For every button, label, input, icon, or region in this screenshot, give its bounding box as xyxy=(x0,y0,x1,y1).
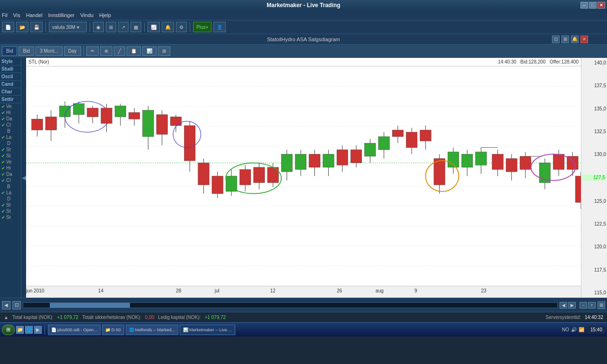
menu-fil[interactable]: Fil xyxy=(2,12,8,18)
safety-req-value: 0,00 xyxy=(145,315,154,320)
chart-layout-button[interactable]: ⊞ xyxy=(561,36,569,43)
fullscreen-icon[interactable]: ⊞ xyxy=(598,301,605,309)
profile-button[interactable]: 👤 xyxy=(213,22,226,32)
scrollbar-thumb[interactable] xyxy=(50,303,130,308)
taskbar-netfonds[interactable]: 🌐 Netfonds -- Marked... xyxy=(126,325,179,335)
bar-chart-tool[interactable]: 📊 xyxy=(142,46,156,56)
system-clock[interactable]: 15:40 xyxy=(588,326,605,333)
nav-next-button[interactable]: ▶ xyxy=(568,302,576,309)
close-button[interactable]: ✕ xyxy=(598,2,605,9)
sidebar-settir[interactable]: Settir xyxy=(0,96,21,103)
time-label-26: 26 xyxy=(337,288,342,293)
instrument-selector[interactable]: valuta 30M ▾ xyxy=(49,22,87,32)
quick-launch-1[interactable]: 📁 xyxy=(16,326,24,334)
safety-req-label: Totalt sikkerhetskrav (NOK): xyxy=(82,315,141,320)
taskbar-plus500[interactable]: 📄 plus500.odt - Open... xyxy=(48,325,101,335)
quick-launch-2[interactable]: 🌐 xyxy=(25,326,33,334)
svg-rect-22 xyxy=(87,108,98,117)
sidebar-item-la1[interactable]: ✔La xyxy=(0,134,21,140)
save-button[interactable]: 💾 xyxy=(30,22,43,32)
sidebar-item-ve1[interactable]: ✔Ve xyxy=(0,103,21,109)
open-button[interactable]: 📂 xyxy=(16,22,28,32)
menu-vis[interactable]: Vis xyxy=(13,12,20,18)
menu-bar: Fil Vis Handel Innstillinger Vindu Hjelp xyxy=(0,10,607,20)
quick-launch-3[interactable]: ▶ xyxy=(34,326,42,334)
layout-button[interactable]: ⊞ xyxy=(106,22,116,32)
sidebar-item-hi2[interactable]: ✔Hi xyxy=(0,165,21,171)
sidebar-item-cl2[interactable]: ✔Cl xyxy=(0,177,21,183)
menu-vindu[interactable]: Vindu xyxy=(80,12,93,18)
zoom-in-button[interactable]: + xyxy=(588,302,596,309)
taskbar-plus500-label: plus500.odt - Open... xyxy=(57,328,97,332)
menu-hjelp[interactable]: Hjelp xyxy=(99,12,111,18)
plus-button[interactable]: Plus+ xyxy=(193,22,212,32)
sidebar-item-st5[interactable]: ✔St xyxy=(0,214,21,220)
nav-prev-button[interactable]: ◀ xyxy=(560,302,567,309)
menu-handel[interactable]: Handel xyxy=(26,12,43,18)
copy-tool[interactable]: 📋 xyxy=(127,46,141,56)
minimize-button[interactable]: ─ xyxy=(580,2,588,9)
sidebar-item-b2[interactable]: B xyxy=(0,183,21,190)
chart-area[interactable]: STL (Nor) 14:40:30 Bid:128,200 Offer:128… xyxy=(26,58,607,298)
taskbar-d50-icon: 📁 xyxy=(105,328,110,332)
settings-button[interactable]: ⚙ xyxy=(176,22,187,32)
sidebar-item-da1[interactable]: ✔Da xyxy=(0,116,21,122)
sidebar-studi[interactable]: Studi xyxy=(0,65,21,73)
refresh-button[interactable]: ◉ xyxy=(93,22,104,32)
sidebar-oscil[interactable]: Oscil xyxy=(0,73,21,81)
expand-chart-button[interactable]: ⊡ xyxy=(12,301,21,309)
alerts-button[interactable]: 🔔 xyxy=(162,22,174,32)
sidebar-item-st4[interactable]: ✔St xyxy=(0,208,21,214)
crosshair-tool[interactable]: ⊕ xyxy=(100,46,112,56)
menu-innstillinger[interactable]: Innstillinger xyxy=(48,12,75,18)
sidebar-style[interactable]: Style xyxy=(0,58,21,65)
new-button[interactable]: 📄 xyxy=(2,22,14,32)
taskbar-d50[interactable]: 📁 D-50 xyxy=(102,325,124,335)
sidebar-item-b1[interactable]: B xyxy=(0,128,21,134)
sidebar-item-st1[interactable]: ✔St xyxy=(0,146,21,153)
sidebar-item-st2[interactable]: ✔St xyxy=(0,153,21,159)
chart-alert-button[interactable]: 🔔 xyxy=(571,36,579,43)
svg-rect-90 xyxy=(492,154,503,169)
start-button[interactable]: ⊞ xyxy=(2,325,15,335)
taskbar-marketmaker[interactable]: 📊 Marketmaker -- Live ... xyxy=(180,325,235,335)
chart-expand-button[interactable]: ⊡ xyxy=(552,36,560,43)
chart-symbol: STL (Nor) xyxy=(28,59,49,64)
sidebar-item-la2[interactable]: ✔La xyxy=(0,190,21,196)
svg-rect-92 xyxy=(506,158,517,172)
bid1-button[interactable]: Bid xyxy=(2,46,17,56)
grid-tool[interactable]: ⊞ xyxy=(158,46,170,56)
day-button[interactable]: Day xyxy=(64,46,81,56)
svg-rect-56 xyxy=(281,154,292,172)
price-level-1325: 132,5 xyxy=(582,129,606,134)
sidebar-char[interactable]: Char xyxy=(0,88,21,96)
available-value: +1 079,72 xyxy=(204,315,226,320)
sidebar-item-st3[interactable]: ✔St xyxy=(0,202,21,208)
zoom-out-button[interactable]: − xyxy=(579,302,587,309)
sidebar-item-cl1[interactable]: ✔Cl xyxy=(0,122,21,128)
3month-button[interactable]: 3 Mont... xyxy=(36,46,63,56)
sidebar-collapse-handle[interactable]: ◀ xyxy=(21,58,26,298)
sidebar-item-d2[interactable]: D xyxy=(0,196,21,202)
grid-button[interactable]: ▦ xyxy=(130,22,141,32)
sidebar-item-hi1[interactable]: ✔Hi xyxy=(0,109,21,116)
scrollbar-track[interactable] xyxy=(23,302,558,308)
chart-type-button[interactable]: ↗ xyxy=(118,22,129,32)
sidebar-item-d1[interactable]: D xyxy=(0,140,21,146)
svg-rect-77 xyxy=(420,130,431,141)
sidebar-cand[interactable]: Cand xyxy=(0,81,21,88)
line-tool[interactable]: ╱ xyxy=(114,46,125,56)
maximize-button[interactable]: □ xyxy=(589,2,597,9)
svg-rect-34 xyxy=(156,115,167,135)
taskbar-d50-label: D-50 xyxy=(111,328,121,332)
scroll-left-button[interactable]: ◀ xyxy=(2,301,10,309)
time-label-12: 12 xyxy=(270,288,276,293)
chart-toolbar: Bid Bid 3 Mont... Day ✏ ⊕ ╱ 📋 📊 ⊞ xyxy=(0,45,607,58)
sidebar-item-ve2[interactable]: ✔Ve xyxy=(0,159,21,165)
indicators-button[interactable]: 📈 xyxy=(147,22,160,32)
sidebar-item-da2[interactable]: ✔Da xyxy=(0,171,21,177)
bid2-button[interactable]: Bid xyxy=(18,46,34,56)
total-capital-value: +1 079,72 xyxy=(57,315,79,320)
chart-close-button[interactable]: ✕ xyxy=(580,36,588,43)
draw-tool[interactable]: ✏ xyxy=(86,46,99,56)
